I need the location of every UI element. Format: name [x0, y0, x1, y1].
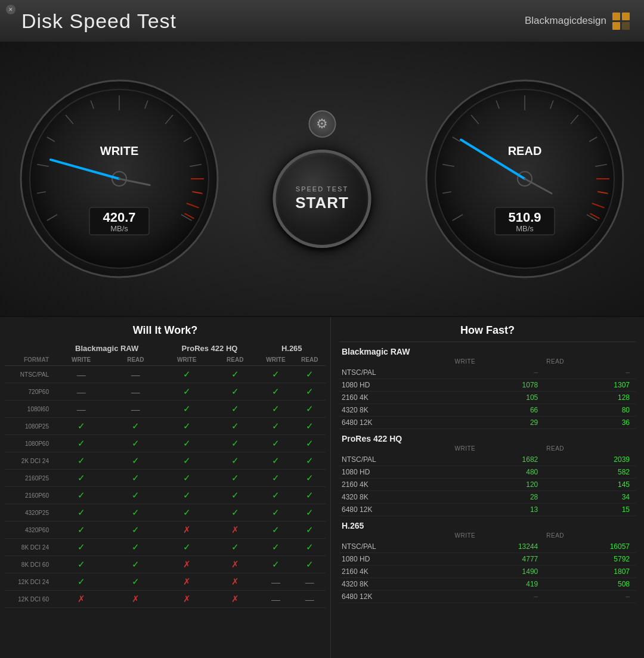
- how-fast-col-header: [339, 532, 453, 541]
- wiw-cell: 1080p25: [5, 418, 52, 435]
- wiw-cell: ✓: [212, 401, 258, 418]
- how-fast-read-val: 128: [544, 392, 636, 404]
- how-fast-write-val: 13: [453, 504, 544, 516]
- how-fast-row-label: 2160 4K: [339, 479, 453, 491]
- start-button[interactable]: SPEED TEST START: [273, 150, 371, 248]
- wiw-cell: ✓: [52, 418, 110, 435]
- wiw-cell: 12K DCI 60: [5, 591, 52, 608]
- how-fast-read-val: 1807: [544, 566, 636, 578]
- will-it-work-header-row: Blackmagic RAW ProRes 422 HQ H.265: [5, 342, 326, 355]
- wiw-cell: 2K DCI 24: [5, 452, 52, 470]
- blackmagic-raw-header: Blackmagic RAW: [52, 342, 161, 355]
- wiw-cell: ✓: [161, 504, 212, 522]
- how-fast-data-row: NTSC/PAL1324416057: [339, 541, 636, 553]
- how-fast-data-row: 2160 4K120145: [339, 479, 636, 491]
- wiw-cell: 2160p60: [5, 487, 52, 504]
- wiw-cell: ✓: [258, 522, 293, 539]
- wiw-cell: ✓: [52, 452, 110, 470]
- read-gauge: READ 510.9 MB/s: [423, 77, 626, 280]
- will-it-work-row: 12K DCI 24✓✓✗✗——: [5, 573, 326, 591]
- wiw-cell: ✓: [110, 504, 161, 522]
- wiw-cell: —: [52, 366, 110, 383]
- wiw-cell: ✓: [258, 418, 293, 435]
- will-it-work-row: 2160p60✓✓✓✓✓✓: [5, 487, 326, 504]
- how-fast-subheader-row: WRITEREAD: [339, 358, 636, 367]
- wiw-cell: 1080p60: [5, 435, 52, 452]
- brand-logo: Blackmagicdesign: [525, 13, 630, 30]
- how-fast-row-label: 2160 4K: [339, 392, 453, 404]
- wiw-cell: ✓: [52, 487, 110, 504]
- how-fast-data-row: 6480 12K––: [339, 591, 636, 603]
- how-fast-read-val: 5792: [544, 553, 636, 566]
- h265-write-subheader: WRITE: [258, 355, 293, 366]
- how-fast-read-val: –: [544, 367, 636, 379]
- will-it-work-row: 1080p60✓✓✓✓✓✓: [5, 435, 326, 452]
- braw-read-subheader: READ: [110, 355, 161, 366]
- wiw-cell: ✓: [161, 452, 212, 470]
- how-fast-data-row: 6480 12K1315: [339, 504, 636, 516]
- wiw-cell: ✓: [52, 539, 110, 556]
- prores-read-subheader: READ: [212, 355, 258, 366]
- wiw-cell: —: [258, 573, 293, 591]
- how-fast-write-val: 480: [453, 466, 544, 479]
- wiw-cell: ✓: [258, 504, 293, 522]
- how-fast-row-label: 2160 4K: [339, 566, 453, 578]
- wiw-cell: ✓: [293, 470, 326, 487]
- will-it-work-row: 8K DCI 60✓✓✗✗✓✓: [5, 556, 326, 573]
- close-icon: ✕: [8, 7, 13, 13]
- wiw-cell: ✓: [212, 366, 258, 383]
- wiw-cell: ✓: [258, 366, 293, 383]
- close-button[interactable]: ✕: [6, 5, 16, 14]
- wiw-cell: ✓: [212, 539, 258, 556]
- how-fast-col-header: WRITE: [453, 532, 544, 541]
- gauge-section: 420.7 MB/s WRITE 420.7 MB/s ⚙ SPEED TEST…: [0, 42, 644, 316]
- prores-write-subheader: WRITE: [161, 355, 212, 366]
- how-fast-read-val: 80: [544, 404, 636, 417]
- will-it-work-row: 1080i60——✓✓✓✓: [5, 401, 326, 418]
- wiw-cell: 4320p25: [5, 504, 52, 522]
- how-fast-data-row: 2160 4K105128: [339, 392, 636, 404]
- wiw-cell: ✗: [212, 556, 258, 573]
- how-fast-read-val: 15: [544, 504, 636, 516]
- how-fast-row-label: 4320 8K: [339, 491, 453, 504]
- will-it-work-row: 4320p60✓✓✗✗✓✓: [5, 522, 326, 539]
- settings-button[interactable]: ⚙: [308, 110, 336, 138]
- wiw-cell: ✓: [212, 435, 258, 452]
- how-fast-section-header-row: ProRes 422 HQ: [339, 429, 636, 445]
- how-fast-section-header-row: Blackmagic RAW: [339, 342, 636, 358]
- how-fast-write-val: 105: [453, 392, 544, 404]
- will-it-work-section: Will It Work? Blackmagic RAW ProRes 422 …: [0, 317, 331, 658]
- wiw-cell: ✓: [293, 435, 326, 452]
- wiw-cell: ✓: [212, 487, 258, 504]
- how-fast-data-row: NTSC/PAL––: [339, 367, 636, 379]
- how-fast-read-val: 1307: [544, 379, 636, 392]
- how-fast-write-val: 66: [453, 404, 544, 417]
- wiw-cell: —: [52, 383, 110, 401]
- how-fast-row-label: 4320 8K: [339, 578, 453, 591]
- brand-name: Blackmagicdesign: [525, 15, 606, 27]
- speed-test-label: SPEED TEST: [296, 185, 348, 193]
- wiw-cell: —: [110, 401, 161, 418]
- wiw-cell: ✓: [161, 418, 212, 435]
- how-fast-data-row: 4320 8K2834: [339, 491, 636, 504]
- wiw-cell: —: [293, 591, 326, 608]
- how-fast-write-val: 13244: [453, 541, 544, 553]
- wiw-cell: ✓: [293, 522, 326, 539]
- wiw-cell: ✓: [161, 470, 212, 487]
- how-fast-col-header: WRITE: [453, 445, 544, 454]
- wiw-cell: ✗: [212, 522, 258, 539]
- svg-text:WRITE: WRITE: [100, 144, 138, 157]
- brand-squares: [612, 13, 630, 30]
- how-fast-col-header: READ: [544, 445, 636, 454]
- how-fast-section-header-row: H.265: [339, 516, 636, 532]
- how-fast-table: Blackmagic RAWWRITEREADNTSC/PAL––1080 HD…: [339, 342, 636, 603]
- wiw-cell: —: [293, 573, 326, 591]
- how-fast-section-name: Blackmagic RAW: [339, 342, 636, 358]
- wiw-cell: ✓: [293, 452, 326, 470]
- wiw-cell: ✗: [161, 556, 212, 573]
- braw-write-subheader: WRITE: [52, 355, 110, 366]
- how-fast-row-label: 1080 HD: [339, 466, 453, 479]
- wiw-cell: ✗: [212, 573, 258, 591]
- will-it-work-row: 12K DCI 60✗✗✗✗——: [5, 591, 326, 608]
- how-fast-section-name: ProRes 422 HQ: [339, 429, 636, 445]
